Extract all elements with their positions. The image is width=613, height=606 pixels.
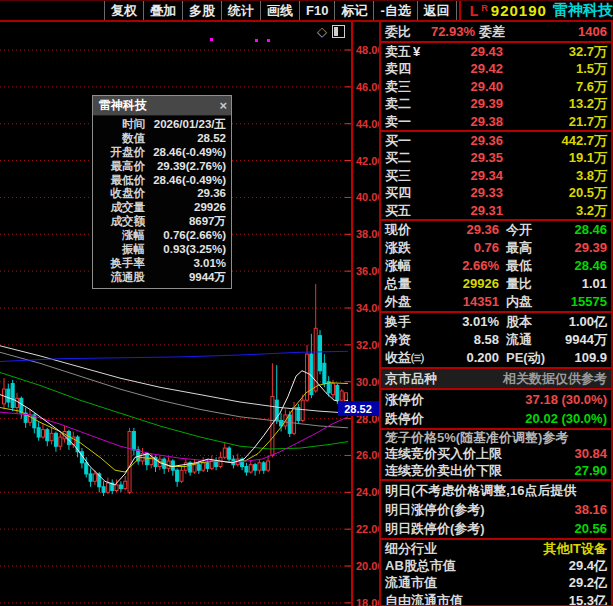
limit-prices: 涨停价 37.18 (30.0%) 跌停价 20.02 (30.0%) [381,390,611,430]
svg-text:22.00: 22.00 [356,523,379,535]
quote-label: 最低 [499,257,562,275]
tooltip-label: 流通股 [93,271,145,285]
tooltip-row: 最低价 28.46(-0.49%) [93,174,231,188]
market-type-note: 相关数据仅供参考 [437,369,607,388]
flag-r: R [481,3,488,13]
toolbar-button[interactable]: -自选 [373,1,416,20]
tooltip-label: 换手率 [93,257,145,271]
tooltip-value: 28.46(-0.49%) [145,146,231,160]
bid-volume: 20.5万 [503,184,607,201]
quote-value: 28.46 [562,221,607,239]
ask-label: 卖二 [385,96,411,111]
tooltip-label: 开盘价 [93,146,145,160]
tooltip-value: 0.76(2.66%) [145,229,231,243]
quote-value: 14351 [437,293,499,311]
weibi-value: 72.93% [411,24,475,39]
tomorrow-row: 明日跌停价(参考) 20.56 [381,519,611,538]
weicha-value: 1406 [505,24,607,39]
ask-label: 卖五 [385,44,411,59]
financial-value: 0.200 [437,349,499,367]
quote-value: 29926 [437,275,499,293]
tooltip-row: 数值 28.52 [93,132,231,146]
toolbar-button[interactable]: 叠加 [143,1,182,20]
cage-row: 连续竞价买入价上限 30.84 [381,446,611,462]
tooltip-value: 9944万 [145,271,231,285]
financial-value: 8.58 [437,331,499,349]
ask-volume: 32.7万 [503,43,607,60]
bid-price: 29.36 [437,132,503,149]
ask-label: 卖四 [385,61,411,76]
toolbar-button[interactable]: 画线 [260,1,299,20]
top-bar: 复权 叠加 多股 统计 画线 F10 标记 -自选 返回 L R 920190 … [0,0,613,22]
ask-row[interactable]: 卖三 29.40 7.6万 [381,78,611,95]
financial-row: 收益㈢ 0.200 PE(动) 109.9 [381,349,611,367]
quote-value: 15575 [562,293,607,311]
toolbar-button[interactable]: 标记 [334,1,373,20]
bid-price: 29.33 [437,184,503,201]
split-pane-icon[interactable] [332,25,345,38]
bid-levels: 买一 29.36 442.7万 买二 29.35 19.1万 买三 29.34 … [381,132,611,221]
tooltip-value: 29.36 [145,187,231,201]
close-icon[interactable]: × [219,98,227,113]
svg-text:46.00: 46.00 [356,81,379,93]
quote-label: 涨幅 [385,257,437,275]
bid-row[interactable]: 买一 29.36 442.7万 [381,132,611,149]
financial-label: 收益㈢ [385,349,437,367]
toolbar-button[interactable]: 返回 [417,1,457,20]
svg-text:40.00: 40.00 [356,191,379,203]
toolbar-button[interactable]: 多股 [182,1,221,20]
crosshair-price-badge: 28.52 [344,403,372,415]
weicha-label: 委差 [479,23,505,41]
bid-row[interactable]: 买二 29.35 19.1万 [381,149,611,166]
tomorrow-note: 明日(不考虑价格调整,16点后提供 [381,481,611,500]
tooltip-value: 3.01% [145,257,231,271]
toolbar-button[interactable]: F10 [299,1,334,20]
candlestick-chart-area[interactable]: 48.0046.0044.0042.0040.0038.0036.0034.00… [0,22,379,606]
tooltip-row: 成交额 8697万 [93,215,231,229]
tooltip-label: 振幅 [93,243,145,257]
limit-row: 跌停价 20.02 (30.0%) [381,409,611,428]
ma-blue [0,351,348,361]
toolbar-button[interactable]: 复权 [104,1,143,20]
toolbar: 复权 叠加 多股 统计 画线 F10 标记 -自选 返回 [104,1,457,20]
tooltip-label: 时间 [93,118,145,132]
ask-volume: 13.2万 [503,95,607,112]
quote-label: 外盘 [385,293,437,311]
svg-text:44.00: 44.00 [356,118,379,130]
quote-value: 1.01 [562,275,607,293]
ask-label: 卖一 [385,114,411,129]
financial-row: 净资 8.58 流通 9944万 [381,331,611,349]
kline-info-tooltip: 雷神科技 × 时间 2026/01/23/五 数值 28.52 开盘价 28.4… [92,95,232,289]
cage-price-section: 笼子价格5%(随基准价调整)参考 连续竞价买入价上限 30.84 连续竞价卖出价… [381,430,611,481]
svg-text:36.00: 36.00 [356,265,379,277]
bid-price: 29.34 [437,167,503,184]
diamond-icon[interactable]: ◇ [317,25,327,38]
bid-row[interactable]: 买三 29.34 3.8万 [381,167,611,184]
financial-value: 9944万 [562,331,607,349]
financial-label: 流通 [499,331,562,349]
tooltip-label: 最低价 [93,174,145,188]
bid-row[interactable]: 买五 29.31 3.2万 [381,202,611,219]
tomorrow-limit-section: 明日(不考虑价格调整,16点后提供 明日涨停价(参考) 38.16 明日跌停价(… [381,481,611,540]
bid-label: 买一 [385,133,411,148]
ask-row[interactable]: 卖五¥ 29.43 32.7万 [381,43,611,60]
quote-label: 最高 [499,239,562,257]
tooltip-titlebar[interactable]: 雷神科技 × [93,96,231,116]
bid-price: 29.31 [437,202,503,219]
ask-volume: 21.7万 [503,113,607,130]
ask-row[interactable]: 卖二 29.39 13.2万 [381,95,611,112]
quote-label: 总量 [385,275,437,293]
ask-row[interactable]: 卖四 29.42 1.5万 [381,60,611,77]
tooltip-value: 2026/01/23/五 [145,118,231,132]
ask-levels: 卖五¥ 29.43 32.7万 卖四 29.42 1.5万 卖三 29.40 7… [381,43,611,132]
stock-code: 920190 [491,2,547,19]
quote-label: 量比 [499,275,562,293]
bid-row[interactable]: 买四 29.33 20.5万 [381,184,611,201]
quote-row: 涨幅 2.66% 最低 28.46 [381,257,611,275]
financial-row: 换手 3.01% 股本 1.00亿 [381,313,611,331]
quote-row: 现价 29.36 今开 28.46 [381,221,611,239]
tooltip-row: 流通股 9944万 [93,271,231,285]
ask-row[interactable]: 卖一 29.38 21.7万 [381,113,611,130]
toolbar-button[interactable]: 统计 [221,1,260,20]
tooltip-label: 收盘价 [93,187,145,201]
